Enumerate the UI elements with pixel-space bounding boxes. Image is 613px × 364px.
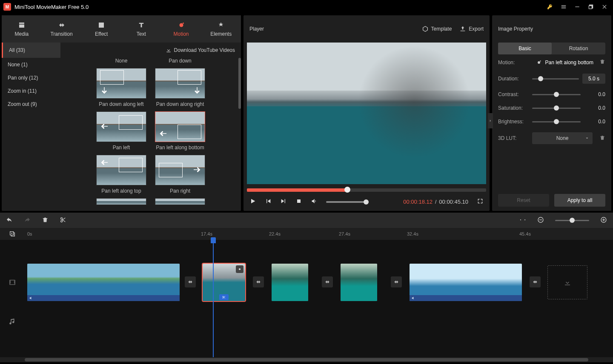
timeline-clip[interactable] [272, 264, 308, 301]
timeline-ruler[interactable]: 0s 17.4s 22.4s 27.4s 32.4s 45.4s [0, 228, 613, 240]
transition-button[interactable] [253, 276, 264, 287]
app-title: MiniTool MovieMaker Free 5.0 [14, 4, 89, 10]
template-button[interactable]: Template [422, 26, 452, 32]
motion-delete-button[interactable] [599, 59, 605, 66]
reset-button[interactable]: Reset [498, 194, 549, 207]
duration-value[interactable]: 5.0 s [582, 74, 605, 84]
motion-label: Pan left [113, 145, 130, 152]
tab-text[interactable]: Text [121, 15, 161, 43]
contrast-value: 0.0 [584, 91, 605, 97]
svg-point-3 [540, 60, 541, 61]
undo-button[interactable] [6, 216, 13, 225]
tab-effect[interactable]: Effect [81, 15, 121, 43]
timeline-toolbar [0, 213, 613, 228]
volume-icon[interactable] [311, 198, 318, 206]
motion-grid: None Pan down Pan down along left Pan do… [60, 58, 241, 211]
app-logo: M [3, 3, 11, 11]
tab-transition[interactable]: Transition [42, 15, 82, 43]
motion-scrollbar[interactable] [238, 58, 241, 109]
timeline-clip[interactable] [410, 264, 522, 301]
zoom-out-button[interactable] [537, 216, 544, 225]
tab-media[interactable]: Media [2, 15, 42, 43]
svg-point-0 [179, 23, 183, 27]
motion-thumb-pan-left[interactable] [96, 111, 146, 142]
key-icon[interactable] [545, 2, 555, 12]
timeline-clip-selected[interactable] [203, 264, 245, 301]
ruler-tick: 0s [27, 231, 32, 236]
video-preview[interactable] [247, 43, 486, 184]
apply-all-button[interactable]: Apply to all [554, 194, 605, 207]
category-all[interactable]: All (33) [2, 43, 60, 58]
lut-select[interactable]: None [532, 132, 593, 144]
split-button[interactable] [60, 216, 66, 225]
tab-basic[interactable]: Basic [498, 43, 552, 54]
transition-button[interactable] [391, 276, 402, 287]
lut-delete-button[interactable] [599, 135, 605, 142]
volume-slider[interactable] [326, 201, 369, 203]
motion-thumb-partial[interactable] [155, 198, 205, 205]
prop-contrast-label: Contrast: [498, 91, 529, 97]
motion-label: Pan down along left [99, 101, 143, 109]
fullscreen-button[interactable] [477, 198, 484, 206]
motion-thumb-pan-down-left[interactable] [96, 68, 146, 99]
motion-thumb-pan-left-top[interactable] [96, 155, 146, 185]
time-sep: / [435, 199, 436, 205]
motion-label: Pan down along right [156, 101, 204, 109]
collapse-button[interactable] [488, 113, 493, 128]
close-icon[interactable] [599, 2, 610, 12]
duration-slider[interactable] [532, 78, 579, 80]
add-track-button[interactable] [0, 230, 25, 237]
tab-rotation[interactable]: Rotation [552, 43, 605, 54]
delete-button[interactable] [42, 216, 49, 225]
redo-button[interactable] [24, 216, 31, 225]
motion-label: Pan right [170, 188, 190, 196]
video-track[interactable] [0, 263, 613, 302]
prev-button[interactable] [265, 198, 272, 206]
maximize-icon[interactable] [586, 2, 596, 12]
stop-button[interactable] [295, 198, 302, 206]
export-button[interactable]: Export [459, 26, 484, 32]
motion-thumb-pan-left-bottom[interactable] [155, 111, 205, 142]
fit-button[interactable] [519, 216, 526, 225]
next-button[interactable] [280, 198, 287, 206]
saturation-slider[interactable] [532, 108, 581, 109]
timeline-clip[interactable] [341, 264, 377, 301]
transition-button[interactable] [322, 276, 333, 287]
motion-thumb-partial[interactable] [96, 198, 146, 205]
clip-dropzone[interactable] [547, 265, 587, 299]
minimize-icon[interactable] [572, 2, 582, 12]
motion-thumb-pan-right[interactable] [155, 155, 205, 185]
play-button[interactable] [249, 198, 256, 206]
timeline-hscroll[interactable] [0, 357, 613, 362]
motion-label: Pan left along top [101, 188, 141, 196]
menu-icon[interactable] [559, 2, 569, 12]
playhead[interactable] [213, 240, 214, 357]
timeline-clip[interactable] [27, 264, 180, 301]
contrast-slider[interactable] [532, 94, 581, 95]
zoom-slider[interactable] [555, 220, 589, 221]
tab-motion[interactable]: Motion [161, 15, 201, 43]
download-youtube-link[interactable]: Download YouTube Videos [60, 47, 241, 53]
category-zoom-out[interactable]: Zoom out (9) [2, 97, 60, 111]
ruler-tick: 45.4s [519, 231, 531, 236]
transition-button[interactable] [185, 276, 196, 287]
brightness-value: 0.0 [584, 119, 605, 125]
svg-point-1 [183, 23, 184, 24]
category-none[interactable]: None (1) [2, 58, 60, 71]
transition-button[interactable] [530, 276, 541, 287]
zoom-in-button[interactable] [600, 216, 607, 225]
motion-thumb-pan-down-right[interactable] [155, 68, 205, 99]
video-track-icon [0, 279, 25, 286]
prop-motion-label: Motion: [498, 60, 529, 65]
category-pan-only[interactable]: Pan only (12) [2, 71, 60, 84]
saturation-value: 0.0 [584, 105, 605, 111]
category-zoom-in[interactable]: Zoom in (11) [2, 84, 60, 97]
brightness-slider[interactable] [532, 121, 581, 122]
svg-point-2 [538, 61, 540, 64]
music-track[interactable] [0, 302, 613, 341]
motion-label: None [115, 58, 128, 65]
overlay-track[interactable] [0, 240, 613, 263]
category-header-row: All (33) Download YouTube Videos [2, 43, 241, 58]
tab-elements[interactable]: Elements [201, 15, 241, 43]
seek-bar[interactable] [247, 188, 486, 192]
